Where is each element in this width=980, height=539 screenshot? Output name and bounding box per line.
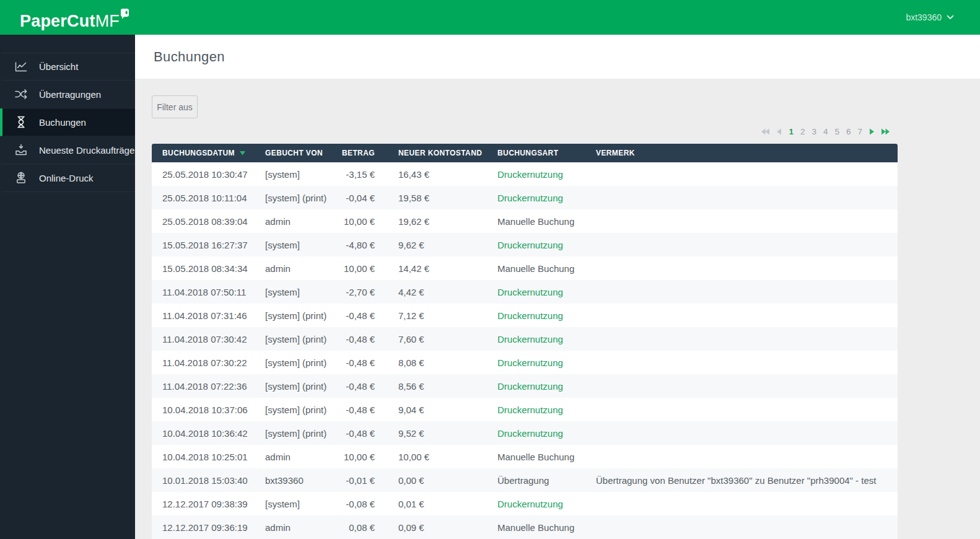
note-cell: Übertragung von Benutzer "bxt39360" zu B…	[586, 468, 898, 492]
booked-by-cell: [system] (print)	[255, 351, 339, 374]
page-number-5[interactable]: 5	[834, 127, 839, 136]
transaction-type-cell: Manuelle Buchung	[488, 445, 586, 468]
transaction-type-cell: Manuelle Buchung	[488, 515, 586, 539]
page-title: Buchungen	[154, 49, 225, 65]
amount-cell: 10,00 €	[339, 256, 388, 280]
sidebar-item-label: Übertragungen	[39, 89, 101, 100]
column-header[interactable]: BUCHUNGSART	[488, 144, 586, 162]
new-balance-cell: 16,43 €	[388, 162, 488, 186]
new-balance-cell: 7,60 €	[388, 327, 488, 351]
column-header[interactable]: VERMERK	[586, 144, 898, 162]
table-row: 11.04.2018 07:30:42[system] (print)-0,48…	[152, 327, 898, 351]
logo-primary-text: PaperCut	[20, 13, 95, 30]
globe-printer-icon	[14, 170, 28, 185]
note-cell	[586, 492, 898, 515]
transaction-date-cell: 11.04.2018 07:30:22	[152, 351, 255, 374]
table-row: 25.05.2018 08:39:04admin10,00 €19,62 €Ma…	[152, 209, 898, 233]
booked-by-cell: [system] (print)	[255, 421, 339, 445]
transaction-type-cell: Manuelle Buchung	[488, 256, 586, 280]
new-balance-cell: 4,42 €	[388, 280, 488, 304]
transaction-type-cell[interactable]: Druckernutzung	[488, 280, 586, 304]
column-header[interactable]: BUCHUNGSDATUM	[152, 144, 255, 162]
previous-page-button[interactable]	[776, 128, 782, 135]
booked-by-cell: [system]	[255, 233, 339, 256]
sidebar-item-buchungen[interactable]: Buchungen	[0, 108, 135, 136]
column-header[interactable]: GEBUCHT VON	[255, 144, 339, 162]
transaction-type-cell: Manuelle Buchung	[488, 209, 586, 233]
sidebar-item-neueste-druckauftraege[interactable]: Neueste Druckaufträge	[0, 136, 135, 164]
user-menu[interactable]: bxt39360	[906, 12, 954, 22]
booked-by-cell: admin	[255, 256, 339, 280]
column-header-label: BETRAG	[342, 149, 375, 157]
amount-cell: -0,48 €	[339, 398, 388, 421]
table-row: 10.04.2018 10:37:06[system] (print)-0,48…	[152, 398, 898, 421]
amount-cell: -0,48 €	[339, 304, 388, 327]
transaction-type-cell[interactable]: Druckernutzung	[488, 351, 586, 374]
new-balance-cell: 9,04 €	[388, 398, 488, 421]
column-header[interactable]: BETRAG	[339, 144, 388, 162]
page-number-6[interactable]: 6	[846, 127, 851, 136]
hourglass-icon	[14, 115, 28, 129]
transaction-date-cell: 15.05.2018 08:34:34	[152, 256, 255, 280]
page-number-7[interactable]: 7	[857, 127, 862, 136]
booked-by-cell: [system] (print)	[255, 327, 339, 351]
sidebar-item-online-druck[interactable]: Online-Druck	[0, 164, 135, 192]
first-page-button[interactable]	[761, 128, 769, 135]
transaction-date-cell: 11.04.2018 07:22:36	[152, 374, 255, 398]
transaction-type-cell[interactable]: Druckernutzung	[488, 492, 586, 515]
transaction-date-cell: 25.05.2018 10:30:47	[152, 162, 255, 186]
note-cell	[586, 186, 898, 209]
new-balance-cell: 10,00 €	[388, 445, 488, 468]
table-row: 11.04.2018 07:31:46[system] (print)-0,48…	[152, 304, 898, 327]
sidebar-item-label: Online-Druck	[39, 173, 94, 183]
page-number-4[interactable]: 4	[823, 127, 828, 136]
transaction-type-cell[interactable]: Druckernutzung	[488, 374, 586, 398]
page-number-1[interactable]: 1	[789, 127, 794, 136]
booked-by-cell: [system]	[255, 280, 339, 304]
amount-cell: -0,48 €	[339, 327, 388, 351]
new-balance-cell: 7,12 €	[388, 304, 488, 327]
amount-cell: -0,48 €	[339, 374, 388, 398]
papercut-logo: PaperCutMF	[20, 5, 129, 30]
transaction-type-cell[interactable]: Druckernutzung	[488, 186, 586, 209]
new-balance-cell: 19,62 €	[388, 209, 488, 233]
note-cell	[586, 515, 898, 539]
transaction-type-cell[interactable]: Druckernutzung	[488, 421, 586, 445]
transaction-date-cell: 15.05.2018 16:27:37	[152, 233, 255, 256]
booked-by-cell: [system]	[255, 492, 339, 515]
transaction-type-cell[interactable]: Druckernutzung	[488, 327, 586, 351]
booked-by-cell: [system] (print)	[255, 398, 339, 421]
logo-secondary-text: MF	[95, 13, 120, 30]
new-balance-cell: 14,42 €	[388, 256, 488, 280]
transaction-date-cell: 12.12.2017 09:38:39	[152, 492, 255, 515]
sort-desc-icon	[240, 149, 245, 157]
transaction-type-cell[interactable]: Druckernutzung	[488, 233, 586, 256]
page-number-3[interactable]: 3	[812, 127, 816, 136]
new-balance-cell: 0,00 €	[388, 468, 488, 492]
new-balance-cell: 8,56 €	[388, 374, 488, 398]
note-cell	[586, 327, 898, 351]
amount-cell: 10,00 €	[339, 445, 388, 468]
page-number-2[interactable]: 2	[800, 127, 805, 136]
booked-by-cell: admin	[255, 515, 339, 539]
filter-toggle-button[interactable]: Filter aus	[152, 95, 198, 118]
amount-cell: -4,80 €	[339, 233, 388, 256]
transaction-type-cell[interactable]: Druckernutzung	[488, 162, 586, 186]
transaction-date-cell: 10.04.2018 10:36:42	[152, 421, 255, 445]
transaction-type-cell[interactable]: Druckernutzung	[488, 304, 586, 327]
note-cell	[586, 351, 898, 374]
column-header[interactable]: NEUER KONTOSTAND	[388, 144, 488, 162]
note-cell	[586, 398, 898, 421]
transaction-date-cell: 10.01.2018 15:03:40	[152, 468, 255, 492]
transaction-type-cell[interactable]: Druckernutzung	[488, 398, 586, 421]
sidebar-item-label: Übersicht	[39, 61, 78, 72]
inbox-arrow-icon	[14, 142, 28, 157]
new-balance-cell: 8,08 €	[388, 351, 488, 374]
sidebar-item-uebersicht[interactable]: Übersicht	[0, 53, 135, 81]
next-page-button[interactable]	[869, 128, 875, 135]
sidebar-item-uebertragungen[interactable]: Übertragungen	[0, 81, 135, 108]
table-row: 12.12.2017 09:38:39[system]-0,08 €0,01 €…	[152, 492, 898, 515]
booked-by-cell: [system]	[255, 162, 339, 186]
last-page-button[interactable]	[882, 128, 890, 135]
top-bar: PaperCutMF bxt39360	[0, 0, 980, 35]
